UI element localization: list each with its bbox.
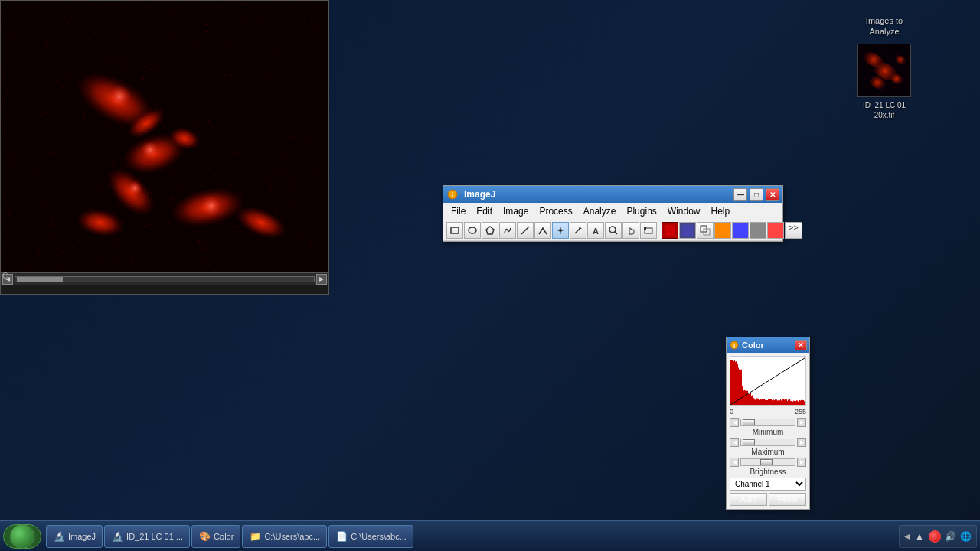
tool-background[interactable] — [679, 222, 696, 239]
menu-help[interactable]: Help — [707, 204, 735, 218]
tool-freehand[interactable] — [499, 222, 516, 239]
taskbar-folder2[interactable]: 📄 C:\Users\abc... — [328, 525, 413, 548]
point-icon — [555, 225, 566, 236]
minimum-slider-row[interactable]: ◀ ▶ — [730, 438, 806, 447]
scroll-track[interactable] — [15, 276, 315, 282]
color-close-button[interactable]: ✕ — [795, 340, 807, 350]
taskbar-color-icon: 🎨 — [198, 530, 211, 543]
menu-image[interactable]: Image — [498, 204, 533, 218]
taskbar-image-label: ID_21 LC 01 ... — [126, 532, 183, 541]
brightness-slider-row[interactable]: ◀ ▶ — [730, 418, 806, 427]
auto-button[interactable]: Auto — [730, 493, 767, 506]
svg-line-13 — [615, 232, 617, 234]
channel-select[interactable]: Channel 1 — [730, 478, 806, 491]
svg-rect-15 — [644, 227, 646, 230]
brightness-track[interactable] — [740, 419, 795, 426]
tool-point[interactable] — [552, 222, 569, 239]
maximum-thumb[interactable] — [760, 459, 773, 465]
desktop-icon-filename: ID_21 LC 01 20x.tif — [854, 100, 915, 120]
maximum-label: Maximum — [730, 448, 806, 456]
color-body: 0 255 ◀ ▶ Minimum ◀ ▶ Maxim — [727, 353, 809, 509]
scroll-thumb[interactable] — [17, 277, 63, 282]
reset-button[interactable]: Reset — [769, 493, 806, 506]
minimum-label: Minimum — [730, 428, 806, 436]
start-button[interactable] — [3, 524, 41, 549]
maximum-left-arrow[interactable]: ◀ — [730, 458, 739, 467]
tool-foreground[interactable] — [662, 222, 678, 239]
viewer-position-label: C — [2, 272, 8, 280]
tray-chevron[interactable]: ◀ — [904, 532, 910, 540]
color-title-text: Color — [740, 341, 795, 350]
start-orb — [10, 524, 34, 549]
taskbar-folder1-icon: 📁 — [249, 530, 261, 543]
tool-wand[interactable] — [570, 222, 586, 239]
microscopy-image — [1, 1, 328, 272]
brightness-right-arrow[interactable]: ▶ — [797, 418, 806, 427]
menu-process[interactable]: Process — [534, 204, 577, 218]
minimum-left-arrow[interactable]: ◀ — [730, 438, 739, 447]
toolbar-more-btn[interactable]: >> — [785, 222, 802, 239]
imagej-toolbar: A — [443, 220, 782, 241]
maximum-right-arrow[interactable]: ▶ — [797, 458, 806, 467]
menu-analyze[interactable]: Analyze — [579, 204, 621, 218]
hist-max-label: 255 — [795, 408, 806, 416]
svg-line-5 — [521, 227, 529, 234]
image-scrollbar[interactable]: C ◀ ▶ — [1, 272, 328, 285]
minimum-thumb[interactable] — [743, 439, 755, 445]
tray-recording-indicator — [929, 530, 941, 543]
line-icon — [520, 225, 531, 236]
tool-overlay[interactable] — [697, 222, 714, 239]
tool-line[interactable] — [517, 222, 534, 239]
svg-rect-16 — [665, 225, 675, 236]
maximize-button[interactable]: □ — [750, 188, 763, 201]
minimum-right-arrow[interactable]: ▶ — [797, 438, 806, 447]
menu-file[interactable]: File — [446, 204, 470, 218]
desktop: C ◀ ▶ Images to Analyze ID_21 LC 01 20x.… — [0, 0, 980, 520]
taskbar-imagej[interactable]: 🔬 ImageJ — [46, 525, 103, 548]
taskbar-image-file[interactable]: 🔬 ID_21 LC 01 ... — [104, 525, 190, 548]
svg-point-21 — [737, 227, 744, 234]
tool-hand[interactable] — [622, 222, 639, 239]
desktop-icon-image[interactable]: Images to Analyze ID_21 LC 01 20x.tif — [854, 15, 915, 120]
background-icon — [682, 225, 693, 236]
menu-plugins[interactable]: Plugins — [622, 204, 661, 218]
taskbar-color-label: Color — [214, 532, 234, 541]
overlay-icon — [700, 225, 710, 236]
tool-color4[interactable] — [767, 222, 784, 239]
tool-ellipse[interactable] — [464, 222, 481, 239]
tray-icon-volume: 🔊 — [944, 530, 956, 543]
polygon-icon — [485, 225, 495, 236]
brightness-left-arrow[interactable]: ◀ — [730, 418, 739, 427]
tool-text[interactable]: A — [587, 222, 604, 239]
maximum-track[interactable] — [740, 458, 795, 466]
taskbar-folder1[interactable]: 📁 C:\Users\abc... — [242, 525, 327, 548]
roi-icon — [643, 225, 654, 236]
color-titlebar[interactable]: i Color ✕ — [727, 337, 809, 353]
imagej-title-icon: i — [446, 188, 459, 201]
taskbar-color[interactable]: 🎨 Color — [191, 525, 240, 548]
ellipse-icon — [467, 225, 478, 236]
menu-edit[interactable]: Edit — [472, 204, 497, 218]
tool-color2[interactable] — [732, 222, 749, 239]
color-window-icon: i — [729, 340, 740, 350]
minimum-track[interactable] — [740, 439, 795, 446]
scroll-right-btn[interactable]: ▶ — [316, 274, 327, 285]
tool-polygon[interactable] — [482, 222, 498, 239]
tool-color1[interactable] — [714, 222, 731, 239]
svg-marker-23 — [771, 226, 780, 235]
close-button[interactable]: ✕ — [766, 188, 779, 201]
svg-rect-22 — [754, 227, 762, 234]
minimize-button[interactable]: — — [733, 188, 747, 201]
tool-color3[interactable] — [750, 222, 766, 239]
tray-icon-network2: 🌐 — [959, 530, 972, 543]
tool-magnify[interactable] — [605, 222, 622, 239]
menu-window[interactable]: Window — [663, 204, 705, 218]
imagej-titlebar[interactable]: i ImageJ — □ ✕ — [443, 186, 782, 203]
tool-rectangle[interactable] — [446, 222, 463, 239]
color1-icon — [717, 225, 728, 236]
maximum-slider-row[interactable]: ◀ ▶ — [730, 458, 806, 467]
brightness-thumb[interactable] — [743, 419, 755, 425]
tool-roi[interactable] — [640, 222, 657, 239]
tool-angle[interactable] — [534, 222, 551, 239]
color4-icon — [770, 225, 781, 236]
